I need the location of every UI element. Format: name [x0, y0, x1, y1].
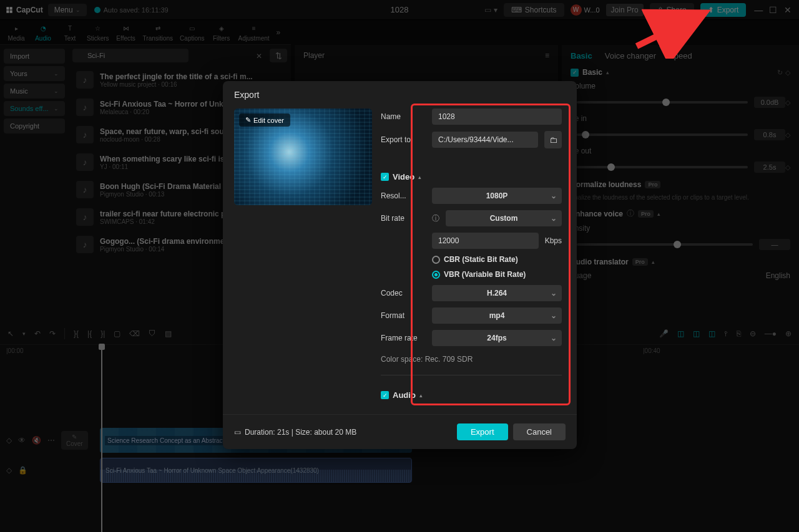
audio-checkbox[interactable]: ✓ — [381, 391, 389, 399]
fadein-slider[interactable] — [577, 133, 748, 136]
audio-clip[interactable]: Sci-Fi Anxious Taa ~ Horror of Unknown S… — [100, 458, 412, 483]
track-lock-icon[interactable]: ◇ — [6, 436, 12, 445]
codec-select[interactable]: H.264 — [432, 285, 562, 301]
audio-track-mute-icon[interactable]: 🔒 — [18, 466, 27, 475]
mic-icon[interactable]: 🎤 — [659, 329, 669, 338]
filter-button[interactable]: ⇅ — [270, 49, 287, 62]
export-name-input[interactable] — [432, 109, 562, 125]
fadeout-slider[interactable] — [577, 166, 748, 168]
magnet-icon[interactable]: ⫯ — [724, 329, 728, 338]
video-checkbox[interactable]: ✓ — [381, 173, 389, 181]
zoom-out-icon[interactable]: ⊖ — [750, 329, 756, 338]
right-tab-speed[interactable]: Speed — [669, 51, 692, 60]
cancel-button[interactable]: Cancel — [513, 423, 566, 440]
maximize-icon[interactable]: ☐ — [767, 5, 780, 15]
export-button[interactable]: ⬆ Export — [700, 3, 747, 17]
reset-icon[interactable]: ↻ — [777, 69, 783, 77]
user-avatar[interactable]: W — [571, 4, 582, 16]
track-eye-icon[interactable]: 👁 — [18, 436, 26, 445]
bitrate-select[interactable]: Custom — [446, 210, 562, 226]
format-select[interactable]: mp4 — [432, 307, 562, 324]
clear-search-icon[interactable]: ✕ — [256, 52, 262, 60]
music-note-icon: ♪ — [76, 208, 94, 226]
sounds-button[interactable]: Sounds eff...⌄ — [4, 101, 65, 116]
yours-button[interactable]: Yours⌄ — [4, 66, 65, 81]
player-label: Player — [303, 51, 325, 60]
export-path-input[interactable] — [432, 132, 538, 148]
framerate-select[interactable]: 24fps — [432, 330, 562, 346]
music-note-icon: ♪ — [76, 71, 94, 89]
shortcuts-button[interactable]: ⌨ Shortcuts — [504, 3, 564, 17]
split-left-icon[interactable]: |{ — [87, 329, 92, 338]
undo-icon[interactable]: ↶ — [34, 329, 41, 338]
tab-media[interactable]: ▸Media — [4, 21, 29, 43]
music-note-icon: ♪ — [76, 126, 94, 143]
kbps-input[interactable] — [432, 233, 539, 249]
join-pro-button[interactable]: Join Pro — [606, 4, 644, 16]
browse-folder-button[interactable]: 🗀 — [544, 131, 562, 148]
cursor-tool-icon[interactable]: ↖ — [7, 329, 14, 338]
right-tab-basic[interactable]: Basic — [571, 51, 592, 60]
modal-title: Export — [223, 81, 577, 109]
cover-button[interactable]: ✎Cover — [61, 431, 88, 450]
intensity-slider[interactable] — [577, 243, 753, 246]
share-button[interactable]: ⇪ Share — [650, 3, 694, 17]
doc-icon[interactable]: ▤ — [165, 329, 172, 338]
clip-tool-1-icon[interactable]: ◫ — [677, 329, 684, 338]
tab-stickers[interactable]: ☆Stickers — [84, 21, 112, 43]
tab-captions[interactable]: ▭Captions — [177, 21, 207, 43]
music-button[interactable]: Music⌄ — [4, 84, 65, 99]
aspect-icon[interactable]: ▭ ▾ — [484, 6, 497, 14]
link-icon[interactable]: ⎘ — [737, 329, 741, 338]
colorspace-label: Color space: Rec. 709 SDR — [381, 355, 562, 364]
menu-button[interactable]: Menu ⌄ — [48, 4, 87, 16]
zoom-in-icon[interactable]: ⊕ — [785, 329, 792, 338]
tab-text[interactable]: TText — [57, 21, 82, 43]
audio-track-lock-icon[interactable]: ◇ — [6, 466, 12, 475]
clip-tool-2-icon[interactable]: ◫ — [693, 329, 700, 338]
zoom-slider-icon[interactable]: —● — [765, 329, 777, 338]
info-icon[interactable]: ⓘ — [432, 213, 439, 224]
playhead[interactable] — [101, 345, 102, 532]
search-input[interactable] — [72, 49, 189, 62]
clip-tool-3-icon[interactable]: ◫ — [708, 329, 715, 338]
export-confirm-button[interactable]: Export — [457, 423, 508, 440]
shield-icon[interactable]: ⛉ — [149, 329, 156, 338]
tab-transitions[interactable]: ⇄Transitions — [140, 21, 176, 43]
split-right-icon[interactable]: }| — [100, 329, 105, 338]
app-logo: CapCut — [5, 6, 43, 14]
player-menu-icon[interactable]: ≡ — [545, 51, 549, 60]
track-more-icon[interactable]: ⋯ — [47, 436, 55, 445]
split-icon[interactable]: }{ — [74, 329, 79, 338]
export-modal: Export ✎ Edit cover Name Export to 🗀 ✓Vi… — [223, 81, 577, 449]
redo-icon[interactable]: ↷ — [49, 329, 56, 338]
minimize-icon[interactable]: — — [752, 5, 765, 15]
music-note-icon: ♪ — [76, 99, 94, 116]
project-title: 1028 — [391, 5, 409, 14]
tab-audio[interactable]: ◔Audio — [31, 21, 56, 43]
export-info: ▭ Duration: 21s | Size: about 20 MB — [234, 428, 356, 437]
cbr-radio[interactable]: CBR (Static Bit Rate) — [432, 255, 562, 264]
vbr-radio[interactable]: VBR (Variable Bit Rate) — [432, 270, 562, 279]
music-note-icon: ♪ — [76, 153, 94, 171]
close-icon[interactable]: ✕ — [782, 5, 794, 15]
tab-adjustment[interactable]: ≡Adjustment — [236, 21, 272, 43]
edit-cover-button[interactable]: ✎ Edit cover — [239, 114, 290, 127]
user-name: W...0 — [584, 6, 600, 14]
tab-effects[interactable]: ⋈Effects — [114, 21, 139, 43]
music-note-icon: ♪ — [76, 236, 94, 253]
volume-slider[interactable] — [577, 101, 748, 104]
music-note-icon: ♪ — [76, 181, 94, 198]
import-button[interactable]: Import — [4, 49, 65, 64]
track-mute-icon[interactable]: 🔇 — [32, 436, 41, 445]
right-tab-voice[interactable]: Voice changer — [605, 51, 656, 60]
crop-icon[interactable]: ▢ — [114, 329, 120, 338]
more-tabs-icon[interactable]: » — [277, 28, 281, 37]
tab-filters[interactable]: ◈Filters — [209, 21, 234, 43]
keyframe-icon[interactable]: ◇ — [785, 69, 790, 77]
autosave-status: Auto saved: 16:11:39 — [94, 6, 169, 14]
resolution-select[interactable]: 1080P — [432, 188, 562, 204]
copyright-button[interactable]: Copyright — [4, 118, 65, 133]
basic-checkbox[interactable]: ✓ — [571, 69, 579, 77]
delete-icon[interactable]: ⌫ — [129, 329, 140, 338]
